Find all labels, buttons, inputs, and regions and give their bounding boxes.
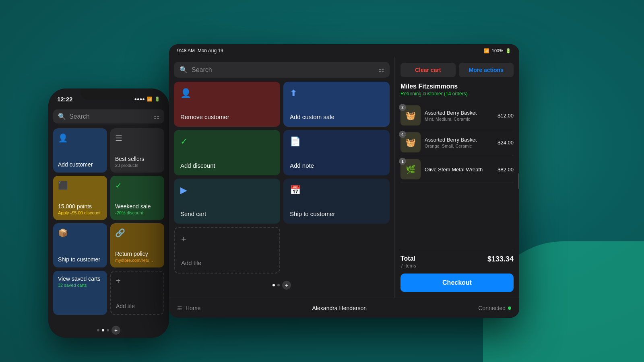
cart-item-details: Olive Stem Metal Wreath [425, 167, 493, 173]
tablet-page-indicator: + [174, 278, 390, 293]
connected-indicator [508, 306, 511, 310]
tablet-tile-send-cart[interactable]: ▶ Send cart [174, 179, 280, 224]
cart-item-image: 1 🌿 [400, 159, 421, 179]
cart-item-details: Assorted Berry Basket Mint, Medium, Cera… [425, 110, 493, 121]
phone-search-bar[interactable]: 🔍 Search ⚏ [53, 109, 164, 123]
phone-tile-saved-carts[interactable]: View saved carts 32 saved carts [53, 271, 107, 315]
nav-home-label: Home [186, 305, 200, 311]
checkout-button[interactable]: Checkout [400, 274, 514, 292]
item-quantity-badge: 4 [399, 131, 406, 138]
tablet-tile-add-custom-sale[interactable]: ⬆ Add custom sale [283, 82, 390, 127]
nav-user-label: Alexandra Henderson [312, 305, 367, 311]
nav-status: Connected [478, 305, 511, 311]
person-icon: 👤 [58, 133, 102, 143]
tablet-page-dot-1[interactable] [272, 284, 275, 286]
phone-tile-add[interactable]: + Add tile [110, 271, 164, 315]
cart-total: Total 7 items $133.34 [400, 250, 514, 274]
phone-search-icon: 🔍 [58, 113, 66, 120]
tablet-nav-bar: ☰ Home Alexandra Henderson Connected [169, 298, 519, 318]
cart-item-image: 2 🧺 [400, 105, 421, 125]
tablet-main: 🔍 Search ⚏ 👤 Remove customer ⬆ Add custo… [169, 57, 519, 298]
phone-tile-weekend-sale[interactable]: ✓ Weekend sale -20% discount [110, 176, 164, 220]
page-dot-3[interactable] [107, 329, 109, 331]
points-label: 15,000 points [58, 203, 102, 210]
tablet-actions-panel: 🔍 Search ⚏ 👤 Remove customer ⬆ Add custo… [169, 57, 394, 298]
tablet-battery-text: 100% [492, 48, 503, 53]
phone-tile-add-customer[interactable]: 👤 Add customer [53, 128, 107, 173]
phone-tile-points[interactable]: ⬛ 15,000 points Apply -$5.00 discount [53, 176, 107, 220]
tablet-tile-add[interactable]: + Add tile [174, 227, 280, 274]
page-dot-1[interactable] [97, 329, 99, 331]
customer-status: Returning customer (14 orders) [400, 91, 514, 97]
phone-content: 🔍 Search ⚏ 👤 Add customer ☰ Best sel [48, 106, 169, 318]
upload-icon: ⬆ [290, 88, 383, 99]
cart-item: 1 🌿 Olive Stem Metal Wreath $82.00 [400, 156, 514, 183]
send-icon: ▶ [180, 185, 274, 195]
tablet-ship-icon: 📅 [290, 185, 383, 195]
phone-tile-return-policy[interactable]: 🔗 Return policy mystore.com/retu... [110, 223, 164, 267]
cart-item-image: 4 🧺 [400, 132, 421, 152]
saved-carts-label: View saved carts [58, 276, 102, 282]
cart-item-name: Olive Stem Metal Wreath [425, 167, 493, 173]
phone-device: 12:22 ●●●● 📶 🔋 🔍 Search ⚏ 👤 A [48, 88, 169, 338]
ship-label: Ship to customer [58, 256, 102, 263]
plus-icon: + [116, 276, 159, 286]
clear-cart-button[interactable]: Clear cart [400, 63, 456, 77]
more-actions-button[interactable]: More actions [459, 63, 514, 77]
note-icon: 📄 [290, 136, 383, 147]
tablet-search-placeholder: Search [192, 66, 374, 74]
badge-icon: ✓ [115, 181, 159, 190]
best-sellers-label: Best sellers [115, 156, 159, 162]
tablet-tile-add-note[interactable]: 📄 Add note [283, 130, 390, 175]
tablet-wifi-icon: 📶 [484, 48, 489, 53]
add-customer-label: Add customer [58, 161, 102, 168]
tablet-tile-ship[interactable]: 📅 Ship to customer [283, 179, 390, 224]
cart-header: Clear cart More actions [400, 63, 514, 77]
phone-tile-ship[interactable]: 📦 Ship to customer [53, 223, 107, 267]
phone-search-placeholder: Search [69, 113, 151, 120]
phone-tile-best-sellers[interactable]: ☰ Best sellers 23 products [110, 128, 164, 173]
weekend-sale-label: Weekend sale [115, 203, 159, 210]
add-custom-sale-label: Add custom sale [290, 113, 383, 120]
tablet-ship-label: Ship to customer [290, 210, 383, 217]
phone-tile-grid: 👤 Add customer ☰ Best sellers 23 product… [53, 128, 164, 315]
tablet-add-page-btn[interactable]: + [282, 281, 291, 290]
return-policy-label: Return policy [115, 251, 159, 257]
return-policy-sub: mystore.com/retu... [115, 258, 159, 263]
weekend-sale-sub: -20% discount [115, 210, 159, 215]
cart-item-price: $12.00 [497, 113, 514, 119]
tablet-search-bar[interactable]: 🔍 Search ⚏ [174, 62, 390, 78]
cart-item-variant: Mint, Medium, Ceramic [425, 117, 493, 121]
page-dot-2[interactable] [102, 329, 104, 331]
nav-status-label: Connected [478, 305, 506, 311]
tablet-page-dot-2[interactable] [277, 284, 280, 286]
phone-time: 12:22 [57, 96, 72, 103]
tablet-barcode-icon: ⚏ [378, 66, 384, 74]
item-quantity-badge: 1 [399, 158, 406, 165]
tablet-add-tile-label: Add tile [181, 259, 273, 266]
item-quantity-badge: 2 [399, 104, 406, 111]
tablet-status-bar: 9:48 AM Mon Aug 19 📶 100% 🔋 [169, 44, 519, 57]
tablet-tile-remove-customer[interactable]: 👤 Remove customer [174, 82, 280, 127]
add-note-label: Add note [290, 162, 383, 169]
cart-item-variant: Orange, Small, Ceramic [425, 144, 493, 148]
points-sub: Apply -$5.00 discount [58, 210, 102, 215]
cart-item: 2 🧺 Assorted Berry Basket Mint, Medium, … [400, 102, 514, 129]
battery-icon: 🔋 [155, 97, 160, 102]
total-amount: $133.34 [487, 255, 514, 263]
tablet-plus-icon: + [181, 234, 273, 245]
tablet-screen: 9:48 AM Mon Aug 19 📶 100% 🔋 🔍 Search ⚏ [169, 44, 519, 318]
cart-item-price: $24.00 [497, 140, 514, 146]
nav-menu[interactable]: ☰ Home [177, 305, 200, 311]
total-items: 7 items [400, 263, 416, 269]
best-sellers-sub: 23 products [115, 163, 159, 168]
tablet-tile-add-discount[interactable]: ✓ Add discount [174, 130, 280, 175]
tablet-search-icon: 🔍 [180, 66, 188, 74]
list-icon: ☰ [115, 133, 159, 143]
add-page-btn[interactable]: + [111, 326, 120, 335]
customer-info: Miles Fitzsimmons Returning customer (14… [400, 83, 514, 97]
cart-item-details: Assorted Berry Basket Orange, Small, Cer… [425, 137, 493, 148]
phone-status-icons: ●●●● 📶 🔋 [134, 97, 160, 102]
points-icon: ⬛ [58, 181, 102, 190]
side-indicator [518, 173, 519, 189]
